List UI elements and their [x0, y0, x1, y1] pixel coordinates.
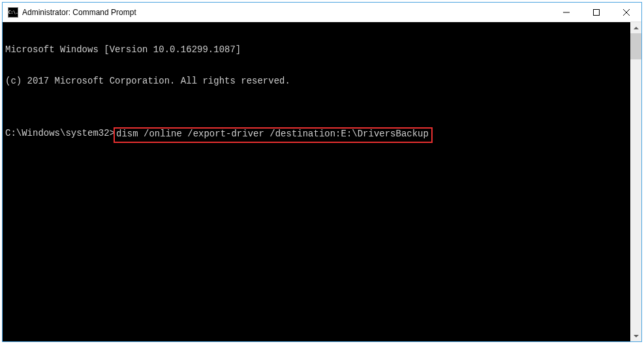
close-icon — [623, 9, 630, 16]
chevron-up-icon — [634, 27, 639, 29]
maximize-button[interactable] — [581, 3, 611, 22]
close-button[interactable] — [611, 3, 641, 22]
console-area: Microsoft Windows [Version 10.0.16299.10… — [3, 22, 641, 341]
vertical-scrollbar[interactable] — [630, 22, 641, 341]
minimize-button[interactable] — [551, 3, 581, 22]
prompt-line: C:\Windows\system32>dism /online /export… — [5, 128, 630, 143]
chevron-down-icon — [634, 335, 639, 337]
svg-marker-4 — [634, 27, 639, 29]
minimize-icon — [563, 9, 570, 16]
console-output[interactable]: Microsoft Windows [Version 10.0.16299.10… — [3, 22, 630, 341]
window-controls — [551, 3, 641, 22]
version-line: Microsoft Windows [Version 10.0.16299.10… — [5, 44, 630, 55]
svg-marker-5 — [634, 335, 639, 337]
prompt-text: C:\Windows\system32> — [5, 128, 115, 138]
copyright-line: (c) 2017 Microsoft Corporation. All righ… — [5, 76, 630, 86]
scroll-down-button[interactable] — [630, 330, 641, 341]
command-text: dism /online /export-driver /destination… — [116, 129, 429, 139]
window-title: Administrator: Command Prompt — [22, 8, 551, 17]
title-bar[interactable]: C:\. Administrator: Command Prompt — [3, 3, 641, 22]
maximize-icon — [593, 9, 600, 16]
scroll-up-button[interactable] — [630, 22, 641, 33]
command-highlight: dism /online /export-driver /destination… — [114, 127, 433, 143]
command-prompt-window: C:\. Administrator: Command Prompt Micro… — [2, 2, 642, 342]
svg-rect-1 — [594, 9, 600, 15]
scroll-track[interactable] — [630, 33, 641, 330]
cmd-icon: C:\. — [8, 7, 18, 18]
scroll-thumb[interactable] — [630, 33, 641, 59]
